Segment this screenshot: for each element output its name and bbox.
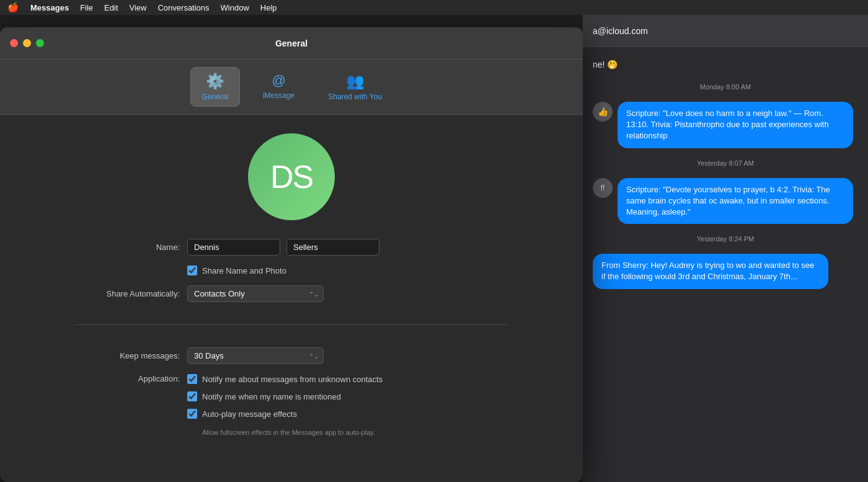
tab-imessage[interactable]: @ iMessage	[252, 67, 305, 107]
tab-imessage-label: iMessage	[263, 91, 294, 100]
notify-name-label: Notify me when my name is mentioned	[202, 392, 341, 401]
keep-messages-row: Keep messages: Forever 1 Year 30 Days	[74, 347, 508, 364]
menu-window[interactable]: Window	[221, 3, 249, 12]
titlebar: General	[0, 27, 583, 60]
name-inputs	[187, 239, 379, 256]
menu-help[interactable]: Help	[260, 3, 277, 12]
keep-messages-select[interactable]: Forever 1 Year 30 Days	[187, 347, 324, 364]
divider	[74, 324, 508, 325]
toolbar: ⚙️ General @ iMessage 👥 Shared with You	[0, 60, 583, 115]
tab-shared-label: Shared with You	[328, 92, 382, 101]
maximize-button[interactable]	[36, 39, 44, 47]
apple-menu[interactable]: 🍎	[7, 2, 19, 13]
application-row: Application: Notify me about messages fr…	[74, 374, 508, 436]
share-auto-wrapper: Contacts Only Everyone Ask Each Time	[187, 285, 324, 302]
share-auto-select[interactable]: Contacts Only Everyone Ask Each Time	[187, 285, 324, 302]
minimize-button[interactable]	[23, 39, 31, 47]
user-avatar: DS	[248, 133, 335, 220]
autoplay-label: Auto-play message effects	[202, 409, 297, 419]
shared-icon: 👥	[346, 73, 365, 90]
menu-messages[interactable]: Messages	[30, 3, 69, 12]
window-title: General	[275, 38, 308, 48]
menu-edit[interactable]: Edit	[104, 3, 118, 12]
keep-messages-label: Keep messages:	[74, 351, 180, 360]
share-name-row: Share Name and Photo	[74, 266, 508, 275]
menu-conversations[interactable]: Conversations	[157, 3, 209, 12]
close-button[interactable]	[10, 39, 18, 47]
checkbox-row-3: Auto-play message effects	[187, 409, 383, 419]
application-label: Application:	[74, 374, 180, 383]
prefs-content: DS Name: Share Name and Photo	[0, 115, 583, 482]
hint-text: Allow fullscreen effects in the Messages…	[187, 429, 383, 436]
menu-file[interactable]: File	[80, 3, 93, 12]
menu-view[interactable]: View	[130, 3, 147, 12]
name-row: Name:	[74, 239, 508, 256]
preferences-window: General ⚙️ General @ iMessage 👥 Shared w…	[0, 27, 583, 482]
first-name-input[interactable]	[187, 239, 280, 256]
share-auto-row: Share Automatically: Contacts Only Every…	[74, 285, 508, 302]
avatar-section: DS	[37, 133, 546, 220]
traffic-lights	[10, 39, 44, 47]
last-name-input[interactable]	[286, 239, 379, 256]
autoplay-checkbox[interactable]	[187, 409, 197, 419]
dialog-overlay: General ⚙️ General @ iMessage 👥 Shared w…	[0, 15, 868, 482]
checkbox-row-2: Notify me when my name is mentioned	[187, 391, 383, 401]
share-auto-label: Share Automatically:	[74, 289, 180, 298]
at-icon: @	[272, 73, 285, 89]
share-name-label: Share Name and Photo	[202, 266, 286, 275]
gear-icon: ⚙️	[206, 73, 224, 90]
checkbox-row-1: Notify me about messages from unknown co…	[187, 374, 383, 384]
notify-name-checkbox[interactable]	[187, 391, 197, 401]
keep-messages-wrapper: Forever 1 Year 30 Days	[187, 347, 324, 364]
notify-unknown-label: Notify me about messages from unknown co…	[202, 375, 383, 384]
tab-general-label: General	[202, 92, 229, 101]
menubar: 🍎 Messages File Edit View Conversations …	[0, 0, 868, 15]
share-name-checkbox[interactable]	[187, 266, 197, 275]
app-checkboxes: Notify me about messages from unknown co…	[187, 374, 383, 436]
notify-unknown-checkbox[interactable]	[187, 374, 197, 384]
name-label: Name:	[74, 243, 180, 252]
tab-shared[interactable]: 👥 Shared with You	[317, 67, 392, 107]
tab-general[interactable]: ⚙️ General	[190, 67, 240, 107]
form-section: Name: Share Name and Photo Share Automat…	[74, 239, 508, 436]
